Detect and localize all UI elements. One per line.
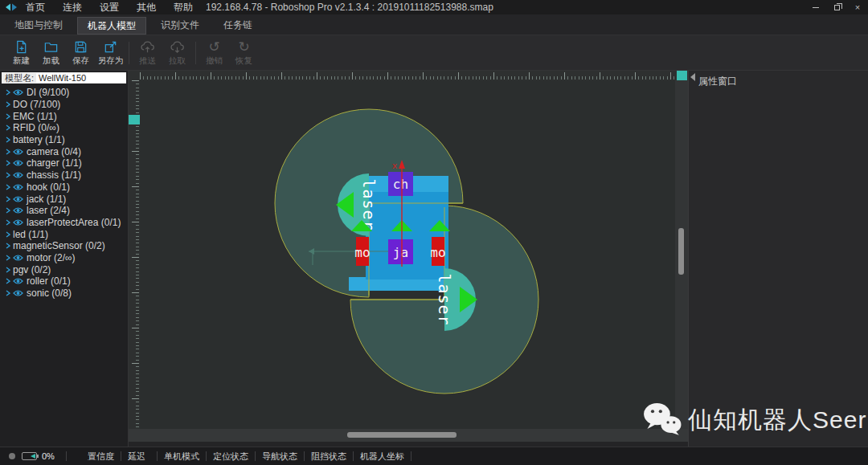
status-item-2[interactable]: 单机模式 xyxy=(164,451,199,463)
model-name-input[interactable]: WellWit-150 xyxy=(36,73,126,83)
tree-item-label: hook (0/1) xyxy=(27,182,70,193)
tree-item-laserProtectArea[interactable]: laserProtectArea (0/1) xyxy=(0,217,128,229)
chevron-right-icon[interactable] xyxy=(6,219,13,226)
save-button[interactable]: 保存 xyxy=(66,37,96,69)
tree-item-EMC[interactable]: EMC (1/1) xyxy=(0,110,128,122)
new-file-icon xyxy=(14,39,30,55)
chevron-right-icon[interactable] xyxy=(6,184,13,190)
vertical-ruler xyxy=(129,80,140,442)
minimize-button[interactable] xyxy=(805,0,826,14)
status-items: 置信度延迟单机模式定位状态导航状态阻挡状态机器人坐标 xyxy=(88,451,418,463)
tab-0[interactable]: 地图与控制 xyxy=(5,17,72,35)
cloud-download-icon xyxy=(170,39,186,55)
tree-item-chassis[interactable]: chassis (1/1) xyxy=(0,169,128,182)
tree-item-RFID[interactable]: RFID (0/∞) xyxy=(0,122,128,134)
status-item-6[interactable]: 机器人坐标 xyxy=(360,451,404,463)
tree-item-roller[interactable]: roller (0/1) xyxy=(0,275,128,288)
horizontal-scrollbar[interactable] xyxy=(129,429,688,442)
tree-item-camera[interactable]: camera (0/4) xyxy=(0,145,128,157)
menu-item-0[interactable]: 首页 xyxy=(26,1,45,14)
restore-button[interactable] xyxy=(826,0,847,14)
status-item-5[interactable]: 阻挡状态 xyxy=(311,451,346,463)
chevron-right-icon[interactable] xyxy=(6,113,13,120)
tab-1[interactable]: 机器人模型 xyxy=(77,17,146,35)
chevron-right-icon[interactable] xyxy=(6,149,13,155)
eye-icon[interactable] xyxy=(13,254,25,262)
chevron-right-icon[interactable] xyxy=(6,231,13,238)
tree-item-DI[interactable]: DI (9/100) xyxy=(0,87,128,99)
toolbar-button-label: 撤销 xyxy=(206,55,223,67)
menu-item-1[interactable]: 连接 xyxy=(63,1,82,14)
horizontal-ruler xyxy=(140,71,688,80)
tree-item-hook[interactable]: hook (0/1) xyxy=(0,182,128,194)
battery-percent: 0% xyxy=(42,451,55,461)
tree-item-DO[interactable]: DO (7/100) xyxy=(0,99,128,111)
chevron-right-icon[interactable] xyxy=(6,196,13,202)
save-as-button[interactable]: 另存为 xyxy=(96,37,125,69)
eye-icon[interactable] xyxy=(13,277,25,285)
menu-item-4[interactable]: 帮助 xyxy=(174,1,193,14)
tree-item-label: charger (1/1) xyxy=(27,157,82,169)
eye-icon[interactable] xyxy=(13,289,25,297)
tree-item-sonic[interactable]: sonic (0/8) xyxy=(0,288,128,300)
tab-2[interactable]: 识别文件 xyxy=(151,17,209,35)
status-item-3[interactable]: 定位状态 xyxy=(213,451,248,463)
model-canvas[interactable]: laser laser ch ja mo mo x xyxy=(129,71,688,442)
status-item-1[interactable]: 延迟 xyxy=(128,451,145,463)
open-folder-button[interactable]: 加载 xyxy=(36,37,66,69)
tab-3[interactable]: 任务链 xyxy=(214,17,262,35)
status-item-0[interactable]: 置信度 xyxy=(88,451,114,463)
chevron-right-icon[interactable] xyxy=(6,207,13,214)
collapse-panel-handle-icon[interactable] xyxy=(690,73,695,81)
eye-icon[interactable] xyxy=(13,206,25,214)
close-button[interactable]: × xyxy=(847,0,868,14)
menu-item-3[interactable]: 其他 xyxy=(137,1,156,14)
statusbar: 0% 置信度延迟单机模式定位状态导航状态阻挡状态机器人坐标 xyxy=(0,447,868,465)
motor-right-label: mo xyxy=(430,245,445,260)
model-name-row: 模型名: WellWit-150 xyxy=(2,72,126,84)
eye-icon[interactable] xyxy=(13,183,25,191)
chevron-right-icon[interactable] xyxy=(6,124,13,131)
tree-item-motor[interactable]: motor (2/∞) xyxy=(0,252,128,264)
eye-icon[interactable] xyxy=(13,159,25,167)
vertical-scrollbar[interactable] xyxy=(675,80,688,429)
chevron-right-icon[interactable] xyxy=(6,243,13,249)
vertical-scrollbar-thumb[interactable] xyxy=(678,228,684,275)
chevron-right-icon[interactable] xyxy=(6,278,13,284)
chevron-right-icon[interactable] xyxy=(6,101,13,108)
ruler-cursor-highlight xyxy=(677,71,687,80)
eye-icon[interactable] xyxy=(13,88,25,96)
new-file-button[interactable]: 新建 xyxy=(6,37,36,69)
tree-item-laser[interactable]: laser (2/4) xyxy=(0,205,128,217)
eye-icon[interactable] xyxy=(13,148,25,156)
tree-item-pgv[interactable]: pgv (0/2) xyxy=(0,263,128,275)
eye-icon[interactable] xyxy=(13,195,25,203)
eye-icon[interactable] xyxy=(13,171,25,179)
charger-label: ch xyxy=(393,177,408,192)
chevron-right-icon[interactable] xyxy=(6,267,13,273)
tree-item-jack[interactable]: jack (1/1) xyxy=(0,193,128,205)
cloud-upload-icon xyxy=(140,39,156,55)
chevron-right-icon[interactable] xyxy=(6,160,13,166)
tree-item-label: sonic (0/8) xyxy=(27,288,72,299)
tree-item-label: EMC (1/1) xyxy=(13,111,57,122)
chevron-right-icon[interactable] xyxy=(6,137,13,143)
status-separator xyxy=(353,451,354,461)
chevron-right-icon[interactable] xyxy=(6,89,13,96)
chevron-right-icon[interactable] xyxy=(6,172,13,178)
battery-icon xyxy=(22,452,37,460)
toolbar-separator xyxy=(129,42,129,64)
ruler-corner xyxy=(129,71,140,80)
eye-icon[interactable] xyxy=(13,218,25,226)
status-separator xyxy=(66,451,67,461)
chevron-right-icon[interactable] xyxy=(6,255,13,261)
horizontal-scrollbar-thumb[interactable] xyxy=(347,432,457,438)
chevron-right-icon[interactable] xyxy=(6,290,13,296)
tree-item-led[interactable]: led (1/1) xyxy=(0,228,128,240)
menu-item-2[interactable]: 设置 xyxy=(100,1,119,14)
tree-item-magneticSensor[interactable]: magneticSensor (0/2) xyxy=(0,240,128,252)
tree-item-charger[interactable]: charger (1/1) xyxy=(0,157,128,169)
tree-item-battery[interactable]: battery (1/1) xyxy=(0,134,128,146)
status-item-4[interactable]: 导航状态 xyxy=(262,451,297,463)
cloud-upload-button: 推送 xyxy=(133,37,162,69)
